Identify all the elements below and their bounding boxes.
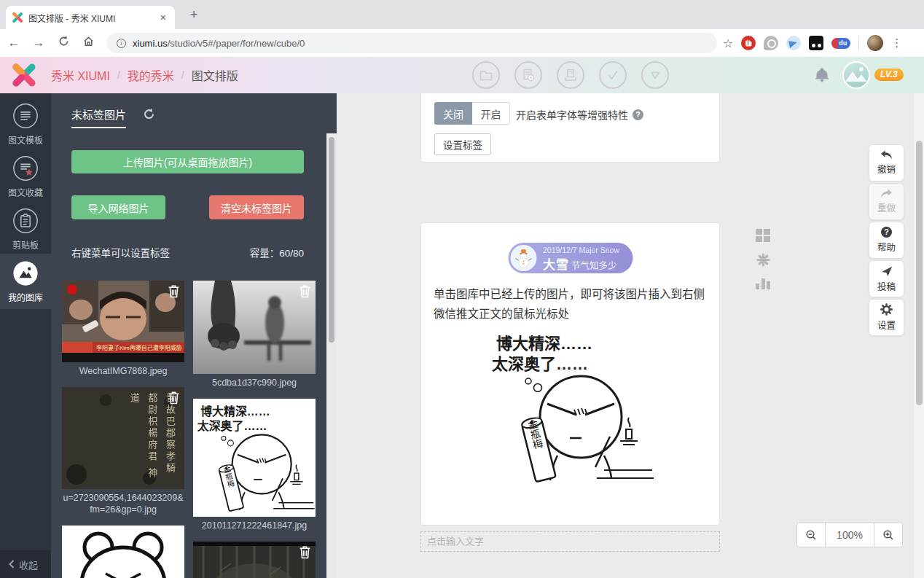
- save-template-icon[interactable]: [514, 61, 542, 89]
- reader-extension-icon[interactable]: [809, 36, 823, 50]
- badge-title: 大雪: [543, 254, 569, 273]
- breadcrumb-separator: /: [117, 69, 120, 81]
- gallery-image-forest[interactable]: [193, 542, 316, 578]
- main-area: 图文模板 图文收藏 剪贴板: [0, 93, 924, 578]
- baidu-extension-icon[interactable]: du: [831, 38, 850, 49]
- browser-tabstrip: 图文排版 - 秀米 XIUMI × +: [0, 0, 924, 29]
- gallery-image-bw-photo[interactable]: 5cdba1d37c990.jpeg: [193, 281, 316, 388]
- rubbing-characters: 晋故巴郡察孝騎 都尉枳楊府君 神道: [68, 393, 179, 483]
- browser-tab[interactable]: 图文排版 - 秀米 XIUMI ×: [6, 6, 175, 29]
- weibo-extension-icon[interactable]: [764, 36, 778, 50]
- breadcrumb-brand[interactable]: 秀米 XIUMI: [51, 66, 110, 84]
- collapse-sidebar[interactable]: 收起: [0, 550, 51, 578]
- svg-text:博大精深……: 博大精深……: [200, 405, 270, 418]
- upload-image-button[interactable]: 上传图片(可从桌面拖放图片): [71, 150, 304, 173]
- inserted-cartoon-image[interactable]: 博大精深…… 太深奥了…… 金瓶梅: [486, 327, 655, 485]
- sidebar-item-label: 我的图库: [8, 291, 43, 303]
- toggle-off-button[interactable]: 关闭: [434, 102, 472, 125]
- enhance-settings-card: 关闭 开启 开启表单字体等增强特性 ? 设置标签: [420, 93, 720, 163]
- sidebar-item-favorites[interactable]: 图文收藏: [0, 149, 51, 201]
- tab-untagged-images[interactable]: 未标签图片: [71, 106, 126, 128]
- url-domain: xiumi.us: [133, 38, 168, 49]
- forward-icon[interactable]: →: [28, 36, 50, 50]
- xiumi-app-window: 图文排版 - 秀米 XIUMI × + ← → i xiumi.us/studi…: [0, 0, 924, 578]
- snowman-icon: [510, 245, 536, 271]
- gallery-image-news[interactable]: 李阳妻子Kim再曝自己遭李阳威胁 WechatIMG7868.jpeg: [62, 281, 184, 377]
- grid-layout-icon[interactable]: [756, 229, 770, 242]
- url-bar[interactable]: i xiumi.us/studio/v5#/paper/for/new/cube…: [106, 33, 717, 53]
- enhance-label: 开启表单字体等增强特性: [516, 107, 628, 122]
- sidebar-item-my-gallery[interactable]: 我的图库: [0, 254, 51, 309]
- download-triangle-icon[interactable]: [641, 61, 669, 89]
- folder-icon[interactable]: [472, 61, 500, 89]
- clear-untagged-button[interactable]: 清空未标签图片: [209, 195, 304, 219]
- check-icon[interactable]: [599, 61, 627, 89]
- tab-close-icon[interactable]: ×: [157, 12, 169, 23]
- asterisk-icon[interactable]: [756, 253, 770, 267]
- sidebar-item-clipboard[interactable]: 剪贴板: [0, 201, 51, 254]
- import-web-image-button[interactable]: 导入网络图片: [71, 195, 165, 219]
- panel-scrollbar-track: [326, 133, 337, 578]
- back-icon[interactable]: ←: [3, 36, 25, 50]
- cartoon-thumbnail: 博大精深…… 太深奥了……: [193, 399, 316, 514]
- bird-extension-icon[interactable]: [786, 36, 801, 50]
- zoom-out-button[interactable]: [796, 522, 826, 547]
- zoom-in-button[interactable]: [874, 522, 903, 547]
- sidebar-item-templates[interactable]: 图文模板: [0, 96, 51, 149]
- submit-button[interactable]: 投稿: [869, 260, 904, 297]
- settings-button[interactable]: 设置: [869, 299, 904, 336]
- browser-menu-icon[interactable]: ⋮: [891, 36, 902, 50]
- home-icon[interactable]: [77, 36, 99, 50]
- breadcrumb-separator: /: [181, 69, 184, 81]
- new-tab-button[interactable]: +: [185, 7, 203, 24]
- toolbar-divider: [858, 36, 859, 50]
- bw-photo-thumbnail: [193, 281, 316, 374]
- editor-area: 关闭 开启 开启表单字体等增强特性 ? 设置标签: [337, 93, 924, 578]
- reload-icon[interactable]: [52, 36, 74, 50]
- bar-chart-icon[interactable]: [756, 278, 770, 289]
- adblock-extension-icon[interactable]: [741, 36, 756, 50]
- delete-image-icon[interactable]: [299, 284, 311, 298]
- delete-image-icon[interactable]: [168, 391, 180, 405]
- delete-image-icon[interactable]: [299, 545, 311, 559]
- help-question-icon[interactable]: ?: [633, 109, 643, 120]
- image-filename: u=2723090554,1644023209&fm=26&gp=0.jpg: [62, 492, 184, 515]
- breadcrumb-my-xiumi[interactable]: 我的秀米: [128, 66, 174, 84]
- xiumi-logo[interactable]: [8, 59, 40, 91]
- level-badge: LV.3: [874, 69, 904, 81]
- gallery-panel: 未标签图片 上传图片(可从桌面拖放图片) 导入网络图片 清空未标签图片 右键菜单…: [51, 93, 337, 578]
- site-info-icon[interactable]: i: [117, 39, 126, 48]
- delete-image-icon[interactable]: [168, 284, 180, 298]
- sidebar-item-label: 图文模板: [8, 133, 43, 146]
- browser-profile-avatar[interactable]: [867, 35, 883, 51]
- set-tag-button[interactable]: 设置标签: [434, 133, 491, 155]
- zoom-level[interactable]: 100%: [826, 522, 874, 547]
- article-paragraph[interactable]: 单击图库中已经上传的图片，即可将该图片插入到右侧微信推文正文的鼠标光标处: [434, 284, 709, 324]
- editor-scrollbar-thumb[interactable]: [916, 141, 923, 405]
- panel-scrollbar-thumb[interactable]: [329, 137, 334, 343]
- gear-icon: [880, 303, 893, 316]
- undo-button[interactable]: 撤销: [869, 144, 904, 181]
- gallery-image-bear-meme[interactable]: [62, 526, 184, 578]
- user-avatar[interactable]: [842, 61, 870, 89]
- export-icon[interactable]: [557, 61, 584, 89]
- forest-photo-thumbnail: [193, 542, 316, 578]
- gallery-image-cartoon[interactable]: 博大精深…… 太深奥了……: [193, 399, 316, 531]
- bookmark-star-icon[interactable]: ☆: [723, 36, 733, 50]
- collapse-label: 收起: [19, 558, 38, 571]
- gallery-scroll-area: 上传图片(可从桌面拖放图片) 导入网络图片 清空未标签图片 右键菜单可以设置标签…: [51, 133, 326, 578]
- refresh-icon[interactable]: [143, 108, 155, 120]
- snow-festival-badge[interactable]: 2019/12/7 Major Snow 大雪 节气知多少: [508, 243, 633, 273]
- image-filename: WechatIMG7868.jpeg: [62, 365, 184, 377]
- breadcrumb: 秀米 XIUMI / 我的秀米 / 图文排版: [51, 57, 238, 93]
- gallery-image-rubbing[interactable]: 晋故巴郡察孝騎 都尉枳楊府君 神道 u=2723090554,164402320…: [62, 387, 184, 515]
- help-button[interactable]: ? 帮助: [869, 222, 904, 259]
- chevron-left-icon: [9, 560, 15, 569]
- toggle-on-button[interactable]: 开启: [472, 102, 510, 125]
- article-content-card[interactable]: 2019/12/7 Major Snow 大雪 节气知多少 单击图库中已经上传的…: [420, 222, 720, 526]
- capacity-label: 容量：60/80: [250, 245, 304, 259]
- text-input-placeholder[interactable]: 点击输入文字: [420, 531, 720, 552]
- app-header: 秀米 XIUMI / 我的秀米 / 图文排版: [0, 57, 924, 93]
- redo-button[interactable]: 重做: [869, 183, 904, 220]
- notification-bell-icon[interactable]: [813, 67, 831, 83]
